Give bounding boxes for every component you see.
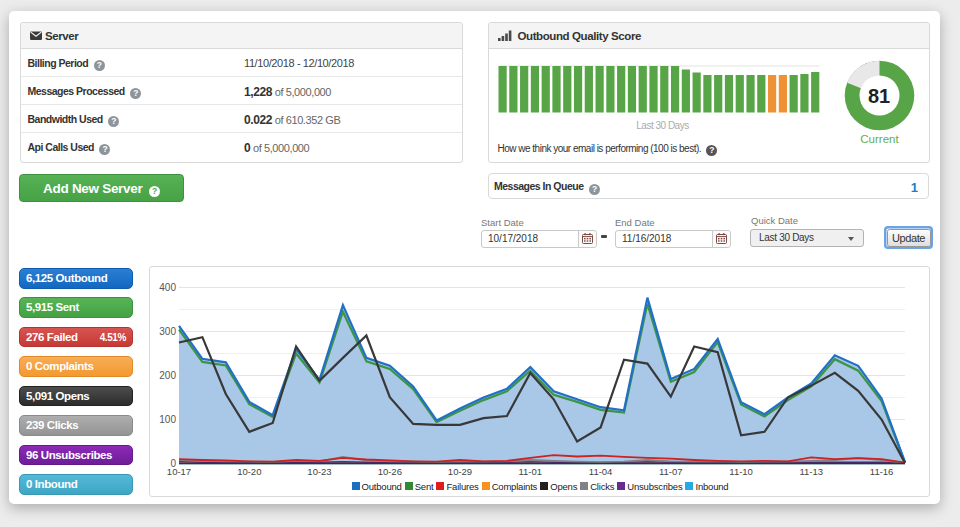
svg-text:200: 200 xyxy=(159,370,176,381)
svg-text:11-13: 11-13 xyxy=(799,465,823,476)
svg-text:11-01: 11-01 xyxy=(518,465,542,476)
svg-text:300: 300 xyxy=(159,326,176,337)
svg-text:10-17: 10-17 xyxy=(166,465,190,476)
svg-text:100: 100 xyxy=(159,414,176,425)
svg-text:400: 400 xyxy=(159,282,176,293)
svg-text:11-07: 11-07 xyxy=(659,465,683,476)
svg-text:10-29: 10-29 xyxy=(447,465,471,476)
svg-text:10-20: 10-20 xyxy=(237,465,261,476)
svg-text:11-10: 11-10 xyxy=(729,465,753,476)
svg-text:11-04: 11-04 xyxy=(588,465,612,476)
svg-text:11-16: 11-16 xyxy=(869,465,893,476)
svg-text:10-26: 10-26 xyxy=(377,465,401,476)
svg-text:10-23: 10-23 xyxy=(307,465,331,476)
